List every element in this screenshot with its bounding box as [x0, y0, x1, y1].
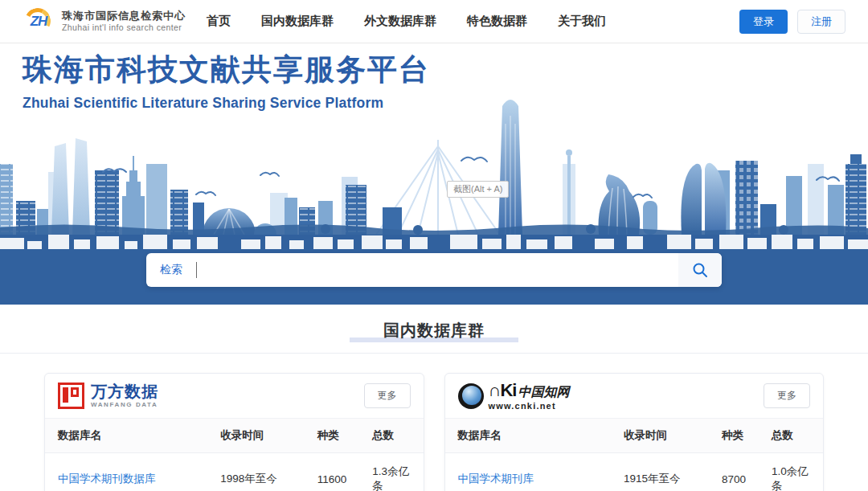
- wanfang-logo: 万方数据 WANFANG DATA: [58, 383, 158, 409]
- main-nav: 首页 国内数据库群 外文数据库群 特色数据群 关于我们: [207, 14, 606, 29]
- table-row: 中国学术期刊数据库 1998年至今 11600 1.3余亿条: [45, 453, 424, 491]
- page-title: 珠海市科技文献共享服务平台: [23, 50, 430, 90]
- hero-titles: 珠海市科技文献共享服务平台 Zhuhai Scientific Literatu…: [23, 50, 430, 112]
- search-label: 检索: [146, 263, 196, 277]
- table-header-row: 数据库名 收录时间 种类 总数: [45, 419, 424, 453]
- cell-types: 8700: [709, 453, 759, 491]
- wanfang-name: 万方数据: [91, 383, 158, 400]
- col-header-db-name: 数据库名: [445, 419, 611, 453]
- col-header-db-name: 数据库名: [45, 419, 207, 453]
- col-header-time: 收录时间: [611, 419, 709, 453]
- wanfang-logo-text: 万方数据 WANFANG DATA: [91, 383, 158, 408]
- wanfang-card-header: 万方数据 WANFANG DATA 更多: [45, 374, 424, 419]
- database-cards: 万方数据 WANFANG DATA 更多 数据库名 收录时间 种类 总数 中国学…: [44, 373, 824, 491]
- search-bar: 检索: [146, 253, 722, 287]
- cnki-name: 中国知网: [518, 386, 569, 399]
- cell-total: 1.0余亿条: [759, 453, 823, 491]
- hero-banner: 珠海市科技文献共享服务平台 Zhuhai Scientific Literatu…: [0, 43, 868, 235]
- brand-text: 珠海市国际信息检索中心 Zhuhai int'l info search cen…: [62, 10, 186, 33]
- col-header-time: 收录时间: [207, 419, 305, 453]
- col-header-types: 种类: [305, 419, 360, 453]
- nav-item-home[interactable]: 首页: [207, 14, 231, 29]
- nav-item-domestic-databases[interactable]: 国内数据库群: [261, 14, 334, 29]
- cell-time: 1915年至今: [611, 453, 709, 491]
- skyline-reflection: [0, 235, 868, 249]
- section-header: 国内数据库群: [0, 305, 868, 354]
- cnki-logo-text: ∩Ki 中国知网 www.cnki.net: [489, 382, 570, 411]
- wanfang-logo-icon: [58, 383, 84, 409]
- register-button[interactable]: 注册: [797, 10, 845, 34]
- wanfang-db-table: 数据库名 收录时间 种类 总数 中国学术期刊数据库 1998年至今 11600 …: [45, 419, 424, 491]
- brand-name-en: Zhuhai int'l info search center: [62, 23, 186, 33]
- cnki-card: ∩Ki 中国知网 www.cnki.net 更多 数据库名 收录时间 种类 总数: [444, 373, 825, 491]
- col-header-types: 种类: [709, 419, 759, 453]
- cnki-card-header: ∩Ki 中国知网 www.cnki.net 更多: [445, 374, 824, 419]
- cnki-more-button[interactable]: 更多: [764, 383, 810, 408]
- search-icon: [692, 262, 708, 278]
- cell-time: 1998年至今: [207, 453, 305, 491]
- login-button[interactable]: 登录: [739, 10, 788, 34]
- cnki-latin: ∩Ki: [489, 382, 517, 399]
- cell-total: 1.3余亿条: [359, 453, 423, 491]
- nav-item-about-us[interactable]: 关于我们: [558, 14, 606, 29]
- table-header-row: 数据库名 收录时间 种类 总数: [445, 419, 824, 453]
- search-input[interactable]: [197, 253, 678, 287]
- col-header-total: 总数: [359, 419, 423, 453]
- brand-name-zh: 珠海市国际信息检索中心: [62, 10, 186, 23]
- cell-types: 11600: [305, 453, 360, 491]
- section-divider: [0, 353, 868, 354]
- search-band: 检索: [0, 235, 868, 305]
- nav-item-foreign-databases[interactable]: 外文数据库群: [364, 14, 436, 29]
- screenshot-tooltip: 截图(Alt + A): [447, 181, 509, 198]
- cnki-logo: ∩Ki 中国知网 www.cnki.net: [458, 382, 570, 411]
- db-link-cajd[interactable]: 中国学术期刊数据库: [58, 473, 156, 485]
- wanfang-card: 万方数据 WANFANG DATA 更多 数据库名 收录时间 种类 总数 中国学…: [44, 373, 424, 491]
- db-link-cajk[interactable]: 中国学术期刊库: [458, 473, 534, 485]
- nav-item-special-databases[interactable]: 特色数据群: [467, 14, 527, 29]
- app-logo-icon: ZH: [23, 6, 55, 37]
- cnki-globe-icon: [458, 383, 484, 409]
- table-row: 中国学术期刊库 1915年至今 8700 1.0余亿条: [445, 453, 824, 491]
- page-subtitle: Zhuhai Scientific Literature Sharing Ser…: [23, 95, 430, 112]
- cnki-url: www.cnki.net: [489, 402, 570, 411]
- col-header-total: 总数: [759, 419, 823, 453]
- cnki-db-table: 数据库名 收录时间 种类 总数 中国学术期刊库 1915年至今 8700 1.0…: [445, 419, 824, 491]
- logo-letters: ZH: [23, 14, 55, 30]
- section-title: 国内数据库群: [383, 321, 485, 339]
- top-navbar: ZH 珠海市国际信息检索中心 Zhuhai int'l info search …: [0, 0, 868, 43]
- wanfang-name-en: WANFANG DATA: [91, 402, 158, 408]
- search-button[interactable]: [678, 253, 722, 287]
- wanfang-more-button[interactable]: 更多: [364, 383, 411, 408]
